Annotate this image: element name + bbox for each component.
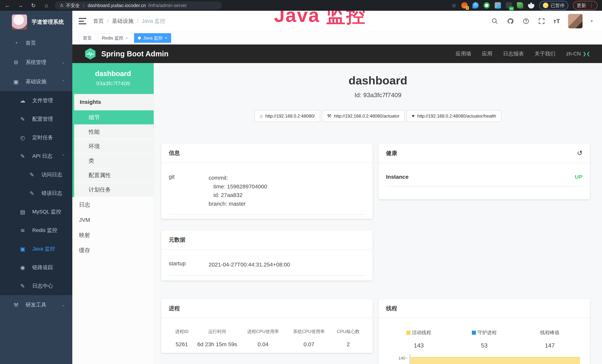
- browser-chrome: ← → ↻ ⌂ ⚠ 不安全 | dashboard.yudao.iocoder.…: [0, 0, 602, 11]
- spring-boot-admin-logo-icon: [84, 48, 97, 60]
- sidebar-item-api-logs[interactable]: ✎ API 日志 ⌃: [0, 147, 72, 165]
- app-logo-image: [12, 14, 27, 30]
- active-threads-area: [410, 357, 580, 364]
- daemon-threads-value: 53: [452, 342, 517, 349]
- browser-reload-icon[interactable]: ↻: [30, 2, 37, 9]
- service-url-button[interactable]: ⌂ http://192.168.0.2:48080/: [255, 110, 320, 122]
- extension-puzzle-icon[interactable]: [528, 2, 534, 9]
- fullscreen-icon[interactable]: [538, 17, 545, 25]
- thread-stats: 活动线程 守护进程 线程峰值 143 53 147: [386, 329, 582, 349]
- infrastructure-submenu: ☁ 文件管理 ✎ 配置管理 ◴ 定时任务 ✎ API 日志 ⌃ ✎: [0, 91, 72, 295]
- url-path[interactable]: /infra/admin-server: [148, 3, 187, 8]
- extension-grid-icon[interactable]: [495, 2, 501, 9]
- sba-nav-applications[interactable]: 应用: [482, 50, 492, 57]
- instance-id: 93a3fc7f7409: [72, 80, 154, 86]
- breadcrumb-home[interactable]: 首页: [93, 17, 104, 25]
- gear-icon: ⚙: [12, 59, 20, 66]
- active-threads-legend-icon: [406, 331, 410, 335]
- avatar-caret-icon[interactable]: ▾: [591, 19, 593, 23]
- instance-menu-jvm[interactable]: JVM: [72, 212, 154, 227]
- sidebar-item-config-management[interactable]: ✎ 配置管理: [0, 110, 72, 128]
- sidebar-item-access-logs[interactable]: ✎ 访问日志: [0, 165, 72, 184]
- sidebar-item-devtools[interactable]: ⚒ 研发工具 ⌄: [0, 295, 72, 314]
- instance-menu-logs[interactable]: 日志: [72, 197, 154, 212]
- error-log-icon: ✎: [28, 190, 36, 197]
- status-badge: UP: [575, 174, 582, 180]
- breadcrumb-infrastructure[interactable]: 基础设施: [112, 17, 133, 25]
- app-logo-row[interactable]: 芋道管理系统: [0, 11, 72, 33]
- security-warning-label[interactable]: 不安全: [66, 2, 80, 9]
- extension-tampermonkey-icon[interactable]: on: [506, 2, 512, 9]
- locale-selector[interactable]: zh-CN ❯❮: [566, 51, 590, 57]
- search-icon[interactable]: [491, 17, 499, 25]
- metadata-card-title: 元数据: [169, 236, 185, 244]
- metadata-row-label: startup: [169, 260, 209, 269]
- sidebar-item-system[interactable]: ⚙ 系统管理 ⌄: [0, 53, 72, 72]
- font-size-icon[interactable]: тТ: [553, 18, 560, 25]
- security-warning-icon: ⚠: [60, 3, 64, 8]
- heartbeat-icon: ♥: [412, 113, 415, 119]
- browser-back-icon[interactable]: ←: [4, 2, 11, 9]
- sidebar-item-file-management[interactable]: ☁ 文件管理: [0, 91, 72, 110]
- instance-menu-config-props[interactable]: 配置属性: [74, 168, 154, 183]
- url-domain[interactable]: dashboard.yudao.iocoder.cn: [88, 3, 146, 8]
- browser-forward-icon[interactable]: →: [17, 2, 24, 9]
- paused-badge[interactable]: 已暂停: [539, 1, 568, 10]
- instance-menu-details[interactable]: 细节: [74, 110, 154, 125]
- close-icon[interactable]: ×: [165, 36, 167, 40]
- history-icon[interactable]: ↺: [577, 149, 582, 157]
- user-avatar[interactable]: [568, 14, 582, 28]
- instance-menu-caches[interactable]: 缓存: [72, 243, 154, 258]
- hamburger-icon[interactable]: [79, 18, 86, 24]
- instance-menu-scheduled[interactable]: 计划任务: [74, 183, 154, 197]
- github-icon[interactable]: [507, 17, 514, 25]
- sba-brand-title[interactable]: Spring Boot Admin: [101, 50, 169, 58]
- sidebar-item-error-logs[interactable]: ✎ 错误日志: [0, 184, 72, 203]
- chevron-up-icon: ⌃: [62, 154, 65, 159]
- extension-pin-icon[interactable]: [473, 2, 479, 9]
- extension-green-circle-icon[interactable]: [484, 2, 490, 9]
- sba-nav-about[interactable]: 关于我们: [535, 50, 555, 57]
- instance-menu-mappings[interactable]: 映射: [72, 227, 154, 243]
- chevron-down-icon: ⌄: [62, 60, 65, 65]
- system-cpu-value: 0.07: [287, 341, 331, 347]
- sidebar-item-log-center[interactable]: ✎ 日志中心: [0, 277, 72, 295]
- tab-home[interactable]: 首页: [79, 33, 96, 43]
- metadata-row-value: 2021-04-27T00:44:31.254+08:00: [209, 260, 365, 269]
- info-card: 信息 git commit: time: 1596289704000 id: 2…: [161, 144, 373, 219]
- cloud-upload-icon: ☁: [19, 97, 27, 104]
- breadcrumb: 首页 / 基础设施 / Java 监控: [93, 17, 165, 25]
- instance-menu-classes[interactable]: 类: [74, 154, 154, 168]
- help-icon[interactable]: [522, 17, 530, 25]
- sidebar-item-infrastructure[interactable]: ▣ 基础设施 ⌃: [0, 72, 72, 91]
- edit-icon: ✎: [19, 116, 27, 122]
- address-bar[interactable]: ⚠ 不安全 | dashboard.yudao.iocoder.cn/infra…: [55, 1, 222, 10]
- java-monitor-icon: ▣: [19, 246, 27, 252]
- tab-redis-monitor[interactable]: Redis 监控 ×: [98, 33, 132, 43]
- sidebar-item-home[interactable]: ◔ 首页: [0, 33, 72, 53]
- health-url-button[interactable]: ♥ http://192.168.0.2:48080/actuator/heal…: [407, 110, 501, 122]
- browser-menu-icon[interactable]: ⋮: [589, 3, 594, 8]
- update-button[interactable]: 更新 ⋮: [573, 1, 598, 10]
- browser-home-icon[interactable]: ⌂: [43, 2, 50, 9]
- health-card-title: 健康: [386, 150, 397, 157]
- sidebar-item-trace[interactable]: ◉ 链路追踪: [0, 258, 72, 277]
- instance-menu-environment[interactable]: 环境: [74, 139, 154, 154]
- sidebar-item-redis-monitor[interactable]: ≋ Redis 监控: [0, 221, 72, 240]
- sba-nav-journal[interactable]: 日志报表: [503, 50, 524, 57]
- actuator-url-button[interactable]: ⚒ http://192.168.0.2:48080/actuator: [322, 110, 405, 122]
- tab-java-monitor[interactable]: Java 监控 ×: [134, 33, 171, 43]
- instance-menu-metrics[interactable]: 性能: [74, 125, 154, 139]
- bookmark-star-icon[interactable]: ☆: [452, 2, 456, 9]
- sidebar-item-java-monitor[interactable]: ▣ Java 监控: [0, 240, 72, 258]
- close-icon[interactable]: ×: [126, 36, 128, 40]
- devtools-icon: ⚒: [12, 302, 20, 308]
- sidebar-item-scheduled-tasks[interactable]: ◴ 定时任务: [0, 128, 72, 147]
- sba-nav-wallboard[interactable]: 应用墙: [456, 50, 471, 57]
- process-stats: 进程ID 运行时间 进程CPU使用率 系统CPU使用率 CPU核心数 5261 …: [169, 329, 365, 347]
- extension-orange-icon[interactable]: 1: [461, 2, 468, 9]
- extension-leaf-icon[interactable]: [517, 2, 523, 9]
- process-card-title: 进程: [169, 305, 180, 312]
- sidebar-item-mysql-monitor[interactable]: ▤ MySQL 监控: [0, 203, 72, 221]
- sba-header: Spring Boot Admin 应用墙 应用 日志报表 关于我们 zh-CN…: [72, 44, 602, 63]
